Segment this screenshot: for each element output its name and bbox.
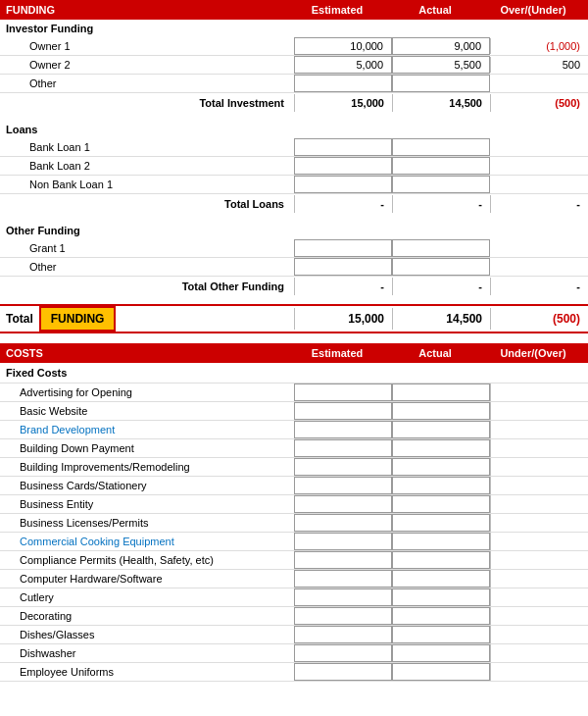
row-over-empty — [490, 607, 588, 625]
table-row: Other — [0, 258, 588, 277]
row-over-empty — [490, 495, 588, 513]
row-actual-input[interactable] — [392, 477, 490, 494]
table-row: Advertising for Opening — [0, 384, 588, 402]
funding-estimated-header: Estimated — [288, 4, 386, 16]
row-actual-input[interactable] — [392, 663, 490, 681]
row-actual-input[interactable] — [392, 644, 490, 662]
row-estimated-input[interactable] — [294, 439, 392, 457]
spacer — [0, 333, 588, 339]
row-estimated-input[interactable] — [294, 663, 392, 681]
row-actual-input[interactable] — [392, 570, 490, 588]
row-estimated-input[interactable] — [294, 626, 392, 643]
owner2-estimated: 5,000 — [294, 56, 392, 74]
total-investment-actual: 14,500 — [392, 94, 490, 112]
row-label: Compliance Permits (Health, Safety, etc) — [0, 552, 294, 568]
row-actual-input[interactable] — [392, 421, 490, 438]
grand-total-over: (500) — [490, 308, 588, 330]
grant1-label: Grant 1 — [0, 240, 294, 256]
grand-total-actual: 14,500 — [392, 308, 490, 330]
row-over-empty — [490, 533, 588, 550]
row-label: Dishes/Glasses — [0, 627, 294, 642]
row-label: Building Down Payment — [0, 440, 294, 456]
owner1-over: (1,000) — [490, 38, 588, 54]
investor-funding-subheader: Investor Funding — [0, 20, 588, 37]
bank-loan2-label: Bank Loan 2 — [0, 158, 294, 174]
row-estimated-input[interactable] — [294, 607, 392, 625]
row-actual-input[interactable] — [392, 588, 490, 606]
row-actual-input[interactable] — [392, 551, 490, 569]
total-investment-estimated: 15,000 — [294, 94, 392, 112]
spacer — [0, 214, 588, 222]
row-estimated-input[interactable] — [294, 551, 392, 569]
row-estimated-input[interactable] — [294, 384, 392, 401]
owner1-estimated: 10,000 — [294, 37, 392, 55]
row-over-empty — [490, 402, 588, 420]
row-actual-input[interactable] — [392, 439, 490, 457]
row-actual-input[interactable] — [392, 607, 490, 625]
row-over-empty — [490, 514, 588, 532]
row-label: Dishwasher — [0, 645, 294, 661]
row-label: Business Licenses/Permits — [0, 515, 294, 531]
owner2-over: 500 — [490, 57, 588, 73]
row-over-empty — [490, 477, 588, 494]
funding-actual-header: Actual — [386, 4, 484, 16]
loans-label: Loans — [0, 122, 294, 137]
loans-subheader: Loans — [0, 121, 588, 138]
row-actual-input[interactable] — [392, 402, 490, 420]
row-label: Cutlery — [0, 589, 294, 605]
row-actual-input[interactable] — [392, 495, 490, 513]
row-estimated-input[interactable] — [294, 533, 392, 550]
row-actual-input[interactable] — [392, 514, 490, 532]
funding-header: FUNDING Estimated Actual Over/(Under) — [0, 0, 588, 20]
row-actual-input[interactable] — [392, 533, 490, 550]
row-label: Brand Development — [0, 422, 294, 437]
table-row: Owner 2 5,000 5,500 500 — [0, 56, 588, 75]
costs-header: COSTS Estimated Actual Under/(Over) — [0, 343, 588, 363]
row-actual-input[interactable] — [392, 384, 490, 401]
row-estimated-input[interactable] — [294, 514, 392, 532]
row-estimated-input[interactable] — [294, 421, 392, 438]
row-actual-input[interactable] — [392, 626, 490, 643]
funding-over-header: Over/(Under) — [484, 4, 582, 16]
row-estimated-input[interactable] — [294, 588, 392, 606]
grand-total-estimated: 15,000 — [294, 308, 392, 330]
total-loans-over: - — [490, 195, 588, 213]
row-actual-input[interactable] — [392, 458, 490, 476]
row-estimated-input[interactable] — [294, 495, 392, 513]
table-row: Other — [0, 75, 588, 93]
total-other-over: - — [490, 278, 588, 295]
row-estimated-input[interactable] — [294, 570, 392, 588]
costs-under-over-header: Under/(Over) — [484, 347, 582, 359]
table-row: Bank Loan 2 — [0, 157, 588, 176]
owner1-label: Owner 1 — [0, 38, 294, 54]
costs-title: COSTS — [6, 347, 288, 359]
table-row: Commercial Cooking Equipment — [0, 533, 588, 551]
row-label: Employee Uniforms — [0, 664, 294, 680]
row-over-empty — [490, 551, 588, 569]
row-estimated-input[interactable] — [294, 477, 392, 494]
row-estimated-input[interactable] — [294, 458, 392, 476]
total-investment-over: (500) — [490, 94, 588, 112]
row-over-empty — [490, 644, 588, 662]
table-row: Business Cards/Stationery — [0, 477, 588, 495]
total-other-funding-row: Total Other Funding - - - — [0, 277, 588, 296]
total-other-estimated: - — [294, 278, 392, 295]
total-loans-row: Total Loans - - - — [0, 194, 588, 214]
row-label: Business Cards/Stationery — [0, 478, 294, 493]
row-over-empty — [490, 421, 588, 438]
row-over-empty — [490, 384, 588, 401]
fixed-costs-label: Fixed Costs — [6, 367, 67, 379]
row-label: Commercial Cooking Equipment — [0, 534, 294, 549]
row-estimated-input[interactable] — [294, 402, 392, 420]
row-label: Building Improvements/Remodeling — [0, 459, 294, 475]
row-label: Advertising for Opening — [0, 384, 294, 400]
table-row: Business Entity — [0, 495, 588, 514]
table-row: Business Licenses/Permits — [0, 514, 588, 533]
grand-total-prefix: Total — [0, 308, 39, 330]
fixed-costs-subheader: Fixed Costs — [0, 363, 588, 384]
table-row: Grant 1 — [0, 239, 588, 258]
table-row: Computer Hardware/Software — [0, 570, 588, 588]
table-row: Cutlery — [0, 588, 588, 607]
bank-loan1-label: Bank Loan 1 — [0, 139, 294, 155]
row-estimated-input[interactable] — [294, 644, 392, 662]
